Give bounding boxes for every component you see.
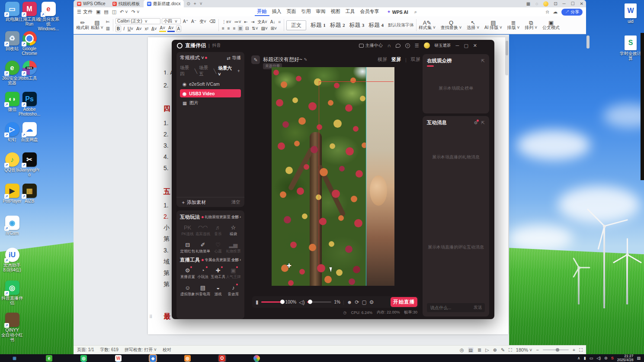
tool-心愿[interactable]: ♡心愿: [211, 239, 226, 257]
beauty-icon[interactable]: ☻: [347, 299, 352, 305]
source-image[interactable]: ▦图片: [180, 99, 241, 107]
zoom-slider[interactable]: [543, 349, 569, 350]
tool-虚拟形象[interactable]: ☺虚拟形象: [180, 282, 195, 300]
scene-tab-5[interactable]: 场景五: [199, 65, 212, 77]
wps-ai-menu[interactable]: ✦ WPS AI: [387, 9, 408, 15]
chat-bubble-icon[interactable]: [396, 44, 400, 48]
paste-button[interactable]: ▤ 粘贴 ˅: [91, 20, 103, 30]
wps-tab[interactable]: W最新搭建.docx: [144, 0, 184, 7]
desktop-icon-hongjie-assistant[interactable]: iU↗宏杰助手 8.0(64位): [1, 248, 23, 272]
tray-speaker-icon[interactable]: ◁): [596, 356, 601, 360]
file-menu[interactable]: ☰ 文件: [77, 9, 93, 15]
line-spacing-button[interactable]: ⇅˅: [251, 26, 259, 31]
comment-icon[interactable]: ⊙: [186, 1, 190, 6]
tool-礼物菜单[interactable]: ✐礼物菜单: [195, 239, 210, 257]
see-all-link[interactable]: 全部 ›: [231, 258, 241, 263]
tool-礼物投票[interactable]: ▂▅礼物投票: [226, 239, 241, 257]
menu-审阅[interactable]: 审阅: [314, 8, 328, 16]
app-maximize-button[interactable]: ▢: [464, 43, 468, 48]
align-left-button[interactable]: ≡: [221, 26, 225, 31]
desktop-icon-adobe-photoshop[interactable]: Ps↗Adobe Photosho...: [18, 92, 41, 116]
redo-icon[interactable]: ↷ ˅: [131, 9, 140, 15]
font-size-select[interactable]: 小四˅: [162, 18, 181, 24]
bullet-list-button[interactable]: ⋮≡˅: [221, 19, 232, 25]
clear-button[interactable]: 清空: [231, 199, 240, 205]
increase-font-icon[interactable]: A⁺: [182, 19, 189, 24]
desktop-icon-douyin-live-companion[interactable]: ◎↗抖音直播伴侣: [1, 281, 23, 305]
menu-工具[interactable]: 工具: [343, 8, 358, 16]
wps-tab[interactable]: D找靓机模板: [109, 0, 144, 7]
style-标题 1[interactable]: 标题 1: [311, 21, 326, 29]
maximize-button[interactable]: ☐: [571, 1, 575, 6]
search-icon[interactable]: ⌕: [414, 9, 417, 15]
tray-display-icon[interactable]: ▭: [590, 356, 593, 360]
tool-定期红包[interactable]: ⊟定期红包: [180, 239, 195, 257]
save-icon[interactable]: ▣: [96, 9, 100, 15]
taskbar-camera-app[interactable]: ◎: [184, 355, 191, 362]
camera-icon[interactable]: ▢: [362, 299, 366, 305]
tool-选择[interactable]: ↖选择 ˅: [467, 20, 479, 30]
tray-360-icon[interactable]: S: [611, 356, 614, 360]
tool-排版[interactable]: ≣排版 ˅: [507, 20, 520, 30]
copy-button[interactable]: ▥: [105, 26, 111, 31]
change-case-icon[interactable]: 变˅: [199, 19, 207, 24]
tool-AI 排版[interactable]: ▤AI 排版 ˅: [484, 20, 502, 30]
drag-handle-icon[interactable]: ⠿: [149, 314, 153, 319]
taskbar-red-o-app[interactable]: O: [219, 355, 225, 362]
add-scene-button[interactable]: ＋: [237, 68, 241, 74]
fullscreen-icon[interactable]: ⛶: [579, 347, 583, 353]
edit-title-chip[interactable]: ✎: [251, 55, 260, 64]
flip-camera-icon[interactable]: ⟳: [355, 299, 359, 305]
font-name-select[interactable]: Calibri (正文)˅: [115, 18, 160, 24]
wps-tab[interactable]: WWPS Office: [74, 0, 109, 7]
format-painter-button[interactable]: ✏ 格式刷: [76, 20, 89, 30]
border-button[interactable]: ⊞˅: [270, 26, 278, 31]
proofread-button[interactable]: 校对: [163, 347, 171, 353]
edit-mode-icon[interactable]: ✎: [501, 347, 505, 353]
bold-button[interactable]: B: [115, 26, 121, 32]
scene-tab-6[interactable]: 场景六 ˅: [218, 65, 234, 77]
start-button[interactable]: ⊞: [11, 355, 18, 362]
anchor-center-button[interactable]: 主播中心: [359, 42, 383, 48]
help-icon[interactable]: ?: [405, 43, 410, 48]
char-shading-button[interactable]: A: [176, 26, 182, 32]
message-settings-gear-icon[interactable]: ⚙: [474, 120, 478, 125]
tool-小玩法[interactable]: ◔小玩法: [195, 265, 210, 282]
tool-福袋[interactable]: ☆福袋: [226, 222, 241, 239]
print-icon[interactable]: ◫: [112, 9, 116, 15]
orientation-dual[interactable]: 双屏: [411, 56, 420, 63]
camera-preview[interactable]: [272, 67, 394, 286]
web-view-icon[interactable]: ⊕: [493, 347, 497, 353]
desktop-icon-qinyy-xiaohongshu[interactable]: ↗QINYY 全自动小红书: [1, 313, 23, 342]
tool-人气王牌[interactable]: ▣人气王牌: [226, 265, 241, 282]
new-tab-button[interactable]: +: [194, 1, 196, 6]
tray-settings-icon[interactable]: ⊜: [604, 356, 608, 360]
speaker-volume-slider[interactable]: [307, 301, 331, 303]
justify-button[interactable]: ≣: [238, 26, 243, 31]
italic-button[interactable]: I: [122, 26, 125, 32]
taskbar-colorful-app[interactable]: [253, 355, 260, 362]
zoom-level[interactable]: 180% ˅: [516, 347, 532, 352]
taskbar-360-browser[interactable]: e: [46, 355, 52, 362]
outdent-button[interactable]: ⇤: [244, 19, 249, 25]
align-center-button[interactable]: ≡: [227, 26, 231, 31]
word-count[interactable]: 字数: 619: [100, 347, 118, 353]
orientation-portrait[interactable]: 竖屏: [391, 56, 401, 63]
app-close-button[interactable]: ✕: [473, 43, 477, 48]
send-button[interactable]: 发送: [474, 304, 482, 310]
desktop-icon-aizb[interactable]: ▦↗AIZB: [18, 184, 41, 204]
stream-title[interactable]: 标题还没有想好~ ✎: [263, 56, 308, 63]
source-usb3-video[interactable]: ◉USB3 Video: [180, 89, 241, 97]
distribute-button[interactable]: ⊟: [244, 26, 250, 31]
char-scale-icon[interactable]: ⌗: [277, 19, 282, 25]
menu-会员专享[interactable]: 会员专享: [358, 8, 382, 16]
account-avatar[interactable]: [543, 1, 548, 6]
underline-button[interactable]: U˅: [127, 26, 134, 32]
menu-开始[interactable]: 开始: [255, 8, 269, 16]
zoom-out-button[interactable]: −: [536, 347, 538, 352]
cut-button[interactable]: ✄: [105, 19, 111, 25]
eye-protect-icon[interactable]: ◎: [460, 347, 464, 353]
menu-引用[interactable]: 引用: [299, 8, 314, 16]
orientation-landscape[interactable]: 横屏: [378, 56, 387, 63]
see-all-link[interactable]: 全部 ›: [231, 215, 241, 220]
